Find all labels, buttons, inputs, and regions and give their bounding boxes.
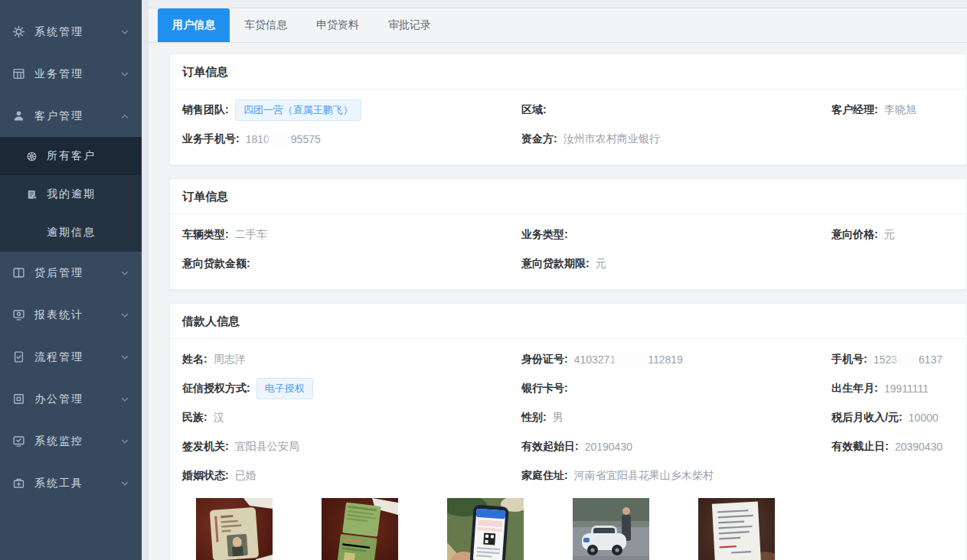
field-account-manager: 客户经理:李晓旭 [831, 96, 951, 125]
monitor-check-icon [11, 435, 25, 448]
field-name: 姓名:周志洋 [182, 345, 521, 374]
tab-approval-records[interactable]: 审批记录 [374, 8, 446, 42]
panel-borrower-info: 借款人信息姓名:周志洋身份证号:4103271112819手机号:1523613… [169, 303, 967, 560]
field-value: 宜阳县公安局 [235, 440, 299, 454]
value-part: 1523 [874, 353, 897, 366]
main-content: 用户信息车贷信息申贷资料审批记录 订单信息销售团队:四团一营（直属王鹏飞）区域:… [149, 0, 967, 560]
field-phone: 手机号:15236137 [831, 345, 951, 374]
field-value: 4103271112819 [574, 353, 683, 366]
field-value: 元 [596, 257, 606, 271]
panel-body: 车辆类型:二手车业务类型:意向价格:元意向贷款金额:意向贷款期限:元 [170, 214, 966, 289]
field-valid-until: 有效截止日:20390430 [831, 432, 951, 461]
redacted-patch [270, 134, 290, 145]
photo-thumbnail-credit-auth-qr-photo[interactable] [447, 498, 524, 560]
field-label: 手机号: [831, 353, 867, 366]
field-issuing-authority: 签发机关:宜阳县公安局 [182, 432, 521, 461]
field-value: 19911111 [884, 383, 929, 395]
field-value: 周志洋 [214, 353, 246, 366]
field-row: 征信授权方式:电子授权银行卡号:出生年月:19911111 [182, 374, 951, 403]
chevron-down-icon [120, 268, 131, 278]
sidebar-item-label: 我的逾期 [47, 187, 96, 201]
redacted-patch [616, 354, 647, 366]
photo-thumbnail-household-register-photo[interactable] [322, 498, 398, 560]
sidebar-item-my-overdue[interactable]: 我的逾期 [0, 175, 142, 213]
photo-gallery: 个人照整本户口本照片征信授权码人车合影补充材料照片 [182, 490, 951, 560]
field-value: 20190430 [585, 441, 632, 453]
value-part: 112819 [648, 353, 683, 366]
gear-icon [11, 25, 25, 39]
field-label: 性别: [521, 411, 547, 425]
sidebar-item-business-management[interactable]: 业务管理 [0, 53, 142, 95]
field-label: 婚姻状态: [182, 469, 229, 483]
panel-body: 销售团队:四团一营（直属王鹏飞）区域:客户经理:李晓旭业务手机号:1810955… [170, 90, 966, 164]
field-row: 意向贷款金额:意向贷款期限:元 [182, 249, 951, 278]
field-ethnicity: 民族:汉 [182, 403, 521, 432]
sidebar-item-customer-management[interactable]: 客户管理 [0, 95, 142, 137]
field-value: 181095575 [246, 133, 321, 145]
tag-credit-auth-method[interactable]: 电子授权 [256, 378, 313, 399]
field-value: 15236137 [874, 353, 942, 366]
field-monthly-income: 税后月收入/元:10000 [831, 403, 951, 432]
tab-user-info[interactable]: 用户信息 [158, 8, 230, 42]
sidebar-item-system-monitoring[interactable]: 系统监控 [0, 420, 142, 462]
sidebar-item-process-management[interactable]: 流程管理 [0, 336, 142, 378]
field-business-phone: 业务手机号:181095575 [182, 125, 521, 154]
tab-bar: 用户信息车贷信息申贷资料审批记录 [149, 8, 967, 43]
sidebar-item-label: 逾期信息 [47, 226, 96, 239]
field-label: 销售团队: [182, 103, 229, 117]
section-title: 借款人信息 [170, 304, 966, 339]
field-label: 车辆类型: [182, 228, 229, 242]
sidebar-item-label: 流程管理 [34, 350, 120, 364]
field-marital-status: 婚姻状态:已婚 [182, 461, 521, 490]
field-funder: 资金方:汝州市农村商业银行 [521, 125, 831, 154]
photo-item: 个人照 [196, 498, 273, 560]
chevron-up-icon [120, 111, 131, 122]
sidebar-item-system-tools[interactable]: 系统工具 [0, 462, 142, 504]
sidebar-item-office-management[interactable]: 办公管理 [0, 378, 142, 420]
sidebar-item-label: 系统工具 [34, 477, 120, 490]
photo-thumbnail-other-material-photo[interactable] [698, 498, 775, 560]
field-label: 身份证号: [521, 353, 568, 366]
field-vehicle-type: 车辆类型:二手车 [182, 220, 521, 249]
sidebar-item-label: 业务管理 [34, 67, 120, 81]
tab-loan-application-materials[interactable]: 申贷资料 [302, 8, 374, 42]
value-part: 4103271 [574, 353, 616, 366]
sidebar-item-post-loan-management[interactable]: 贷后管理 [0, 252, 142, 294]
sidebar-item-overdue-info[interactable]: 逾期信息 [0, 213, 142, 252]
sidebar-item-label: 系统监控 [34, 435, 120, 448]
field-label: 出生年月: [831, 382, 878, 396]
field-label: 业务手机号: [182, 132, 240, 146]
sidebar-scrollbar-track[interactable] [142, 0, 149, 560]
sidebar-item-label: 办公管理 [34, 392, 120, 406]
photo-thumbnail-id-card-photo[interactable] [196, 498, 273, 560]
photo-thumbnail-person-car-photo[interactable] [573, 498, 649, 560]
field-label: 区域: [521, 103, 547, 117]
grid-icon [11, 67, 25, 81]
field-credit-auth-method: 征信授权方式:电子授权 [182, 374, 521, 403]
sidebar-item-system-management[interactable]: 系统管理 [0, 11, 142, 53]
sidebar-item-label: 贷后管理 [34, 266, 120, 280]
tag-sales-team[interactable]: 四团一营（直属王鹏飞） [235, 99, 361, 121]
tab-car-loan-info[interactable]: 车贷信息 [230, 8, 302, 42]
notebook-icon [25, 188, 38, 200]
sidebar-item-all-customers[interactable]: 所有客户 [0, 137, 142, 175]
field-row: 民族:汉性别:男税后月收入/元:10000 [182, 403, 951, 432]
field-birth-date: 出生年月:19911111 [831, 374, 951, 403]
sidebar-item-report-statistics[interactable]: 报表统计 [0, 294, 142, 336]
sidebar-item-label: 报表统计 [34, 308, 120, 322]
field-row: 姓名:周志洋身份证号:4103271112819手机号:15236137 [182, 345, 951, 374]
field-valid-from: 有效起始日:20190430 [521, 432, 831, 461]
field-value: 二手车 [235, 228, 267, 242]
field-intent-loan-amount: 意向贷款金额: [182, 249, 521, 278]
chevron-down-icon [120, 310, 131, 321]
sidebar-item-label: 客户管理 [34, 109, 120, 123]
sidebar: 系统管理业务管理客户管理所有客户我的逾期逾期信息贷后管理报表统计流程管理办公管理… [0, 0, 142, 560]
field-label: 资金方: [521, 132, 557, 146]
photo-item: 征信授权码 [447, 498, 524, 560]
field-value: 李晓旭 [884, 103, 916, 117]
value-part: 95575 [291, 133, 321, 145]
field-gender: 性别:男 [521, 403, 831, 432]
doc-check-icon [11, 350, 25, 364]
chevron-down-icon [120, 352, 131, 363]
chevron-down-icon [120, 69, 131, 80]
